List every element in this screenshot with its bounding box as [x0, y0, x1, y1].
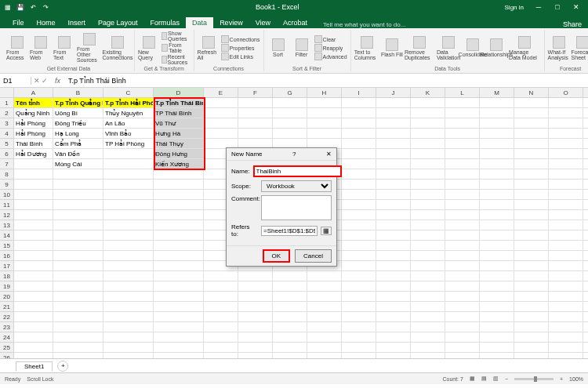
cell[interactable]	[480, 210, 514, 220]
cell[interactable]	[103, 261, 154, 271]
cell[interactable]	[204, 108, 238, 118]
cell[interactable]	[411, 180, 445, 190]
cell[interactable]	[376, 210, 411, 220]
cell[interactable]	[238, 118, 273, 129]
cell[interactable]	[445, 230, 480, 241]
cell[interactable]	[480, 322, 514, 332]
cell[interactable]	[14, 353, 53, 358]
cell[interactable]	[514, 241, 549, 251]
ok-button[interactable]: OK	[263, 249, 291, 263]
row-header[interactable]: 9	[0, 180, 14, 190]
cell[interactable]	[514, 200, 549, 210]
cell[interactable]	[514, 261, 549, 271]
fx-buttons[interactable]: ✕ ✓	[31, 77, 50, 85]
range-picker-icon[interactable]: ▦	[321, 227, 332, 235]
col-header[interactable]: K	[411, 88, 445, 98]
cell[interactable]	[549, 220, 583, 230]
cell[interactable]	[307, 312, 342, 322]
comment-input[interactable]	[261, 195, 332, 220]
cell[interactable]	[14, 292, 53, 302]
cell[interactable]	[583, 261, 588, 271]
cell[interactable]	[238, 281, 273, 292]
cell[interactable]	[14, 190, 53, 200]
ribbon-relationships[interactable]: Relationships	[485, 38, 507, 57]
cell[interactable]	[445, 98, 480, 108]
cell[interactable]	[14, 343, 53, 353]
cell[interactable]	[583, 108, 588, 118]
col-header[interactable]: L	[445, 88, 480, 98]
tab-insert[interactable]: Insert	[62, 17, 93, 28]
cell[interactable]	[103, 332, 154, 343]
cell[interactable]	[514, 281, 549, 292]
ribbon-from-table[interactable]: From Table	[162, 42, 191, 53]
cell[interactable]	[342, 180, 376, 190]
cell[interactable]	[411, 353, 445, 358]
cell[interactable]: Thủy Nguyên	[103, 108, 154, 118]
cell[interactable]	[411, 292, 445, 302]
cell[interactable]	[445, 139, 480, 149]
cell[interactable]	[445, 129, 480, 139]
cell[interactable]	[583, 180, 588, 190]
cell[interactable]	[14, 302, 53, 312]
cell[interactable]	[307, 353, 342, 358]
cell[interactable]	[154, 180, 204, 190]
ribbon-show-queries[interactable]: Show Queries	[162, 31, 191, 42]
cell[interactable]	[445, 302, 480, 312]
cell[interactable]	[154, 281, 204, 292]
cell[interactable]	[549, 312, 583, 322]
cell[interactable]	[376, 169, 411, 180]
cell[interactable]	[376, 343, 411, 353]
cell[interactable]	[307, 129, 342, 139]
row-header[interactable]: 23	[0, 322, 14, 332]
cell[interactable]	[411, 230, 445, 241]
cell[interactable]	[342, 343, 376, 353]
cell[interactable]	[445, 312, 480, 322]
cell[interactable]	[376, 118, 411, 129]
cell[interactable]	[514, 159, 549, 169]
cell[interactable]	[103, 159, 154, 169]
cell[interactable]	[411, 129, 445, 139]
redo-icon[interactable]: ↷	[41, 2, 50, 12]
cell[interactable]	[342, 149, 376, 159]
cell[interactable]: Hải Dương	[14, 149, 53, 159]
cell[interactable]	[342, 118, 376, 129]
cell[interactable]	[480, 220, 514, 230]
cell[interactable]	[480, 332, 514, 343]
row-header[interactable]: 5	[0, 139, 14, 149]
cell[interactable]: Quảng Ninh	[14, 108, 53, 118]
cell[interactable]	[480, 118, 514, 129]
cell[interactable]	[514, 190, 549, 200]
cell[interactable]	[549, 322, 583, 332]
col-header[interactable]: H	[307, 88, 342, 98]
cell[interactable]	[204, 353, 238, 358]
cell[interactable]	[583, 292, 588, 302]
cell[interactable]	[53, 190, 103, 200]
cell[interactable]	[342, 210, 376, 220]
cell[interactable]	[154, 220, 204, 230]
cell[interactable]	[14, 180, 53, 190]
ribbon-what-if-analysis[interactable]: What-If Analysis	[548, 36, 570, 60]
cell[interactable]	[53, 353, 103, 358]
tab-acrobat[interactable]: Acrobat	[277, 17, 314, 28]
row-header[interactable]: 20	[0, 292, 14, 302]
cell[interactable]	[514, 353, 549, 358]
maximize-icon[interactable]: □	[549, 3, 566, 11]
ribbon-connections[interactable]: Connections	[221, 35, 260, 43]
cell[interactable]: Vũ Thư	[154, 118, 204, 129]
cell[interactable]	[583, 200, 588, 210]
cell[interactable]	[411, 200, 445, 210]
close-icon[interactable]: ✕	[568, 3, 585, 11]
cell[interactable]	[154, 210, 204, 220]
row-header[interactable]: 22	[0, 312, 14, 322]
row-header[interactable]: 3	[0, 118, 14, 129]
fx-icon[interactable]: fx	[50, 77, 65, 85]
cell[interactable]	[583, 230, 588, 241]
cell[interactable]: Cẩm Phả	[53, 139, 103, 149]
cell[interactable]: Hải Phòng	[14, 129, 53, 139]
cell[interactable]	[411, 271, 445, 281]
cell[interactable]	[514, 292, 549, 302]
cell[interactable]	[154, 322, 204, 332]
cell[interactable]	[154, 312, 204, 322]
cell[interactable]	[342, 322, 376, 332]
cell[interactable]	[307, 343, 342, 353]
